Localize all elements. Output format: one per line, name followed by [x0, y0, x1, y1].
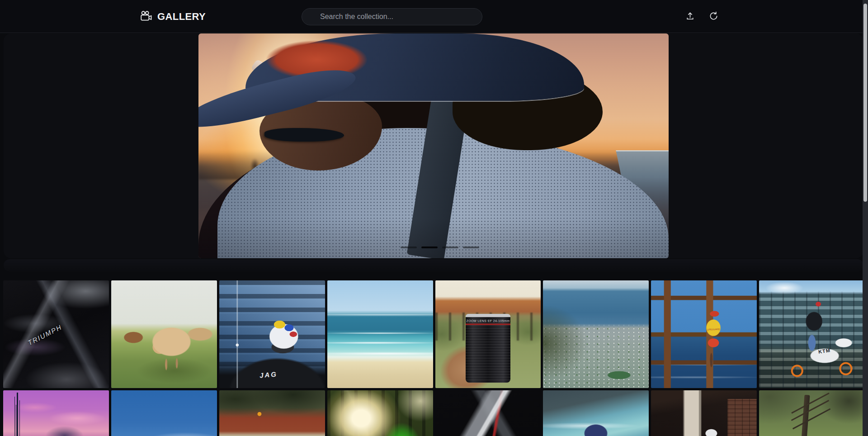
- gallery-thumb-blue-sky[interactable]: [111, 390, 217, 436]
- gallery-thumb-bucket-hat[interactable]: [543, 390, 649, 436]
- gallery-thumb-triumph-motorcycle[interactable]: TRIUMPH: [3, 280, 109, 388]
- camera-reels-icon: [140, 10, 152, 23]
- carousel-indicators: [401, 246, 479, 248]
- gallery-thumb-aerial-city[interactable]: [543, 280, 649, 388]
- carousel-stage: [4, 33, 863, 258]
- gallery-thumb-masked-rider[interactable]: [651, 390, 757, 436]
- gallery-thumb-ktm-rider[interactable]: KTM: [759, 280, 865, 388]
- scrollbar-track[interactable]: [863, 0, 868, 436]
- search-input[interactable]: [302, 8, 482, 25]
- app-header: GALLERY: [0, 0, 868, 33]
- thumbnail-grid: TRIUMPHJAGZOOM LENS EF 24-105mmLIFEGUARD…: [3, 280, 865, 436]
- gallery-thumb-helmet-building[interactable]: JAG: [219, 280, 325, 388]
- photo-text: KTM: [818, 347, 830, 355]
- photo-text: TRIUMPH: [27, 323, 63, 347]
- carousel-dash-4[interactable]: [463, 246, 479, 248]
- gallery-thumb-ocean-beach[interactable]: [327, 280, 433, 388]
- photo-text: ZOOM LENS EF 24-105mm: [466, 314, 510, 383]
- upload-button[interactable]: [683, 9, 697, 24]
- gallery-thumb-dark-sportbike[interactable]: [435, 390, 541, 436]
- gallery-thumb-lens-mug[interactable]: ZOOM LENS EF 24-105mm: [435, 280, 541, 388]
- upload-icon: [685, 11, 695, 23]
- scrollbar-thumb[interactable]: [863, 4, 867, 202]
- gallery-thumb-green-motorcycle[interactable]: [327, 390, 433, 436]
- refresh-button[interactable]: [706, 9, 721, 24]
- photo-text: JAG: [259, 370, 278, 379]
- gallery-thumb-purple-sunset[interactable]: [3, 390, 109, 436]
- carousel-peek-panel: [4, 259, 863, 272]
- gallery-thumb-tree-antelope[interactable]: [759, 390, 865, 436]
- carousel-dash-2[interactable]: [421, 246, 438, 248]
- gallery-app: GALLERY: [0, 0, 868, 436]
- gallery-thumb-red-roof[interactable]: [219, 390, 325, 436]
- carousel-dash-3[interactable]: [442, 246, 458, 248]
- carousel-dash-1[interactable]: [401, 246, 417, 248]
- photo-text: LIFEGUARD: [707, 327, 720, 331]
- refresh-icon: [708, 11, 719, 23]
- app-title: GALLERY: [157, 11, 206, 23]
- app-logo: GALLERY: [140, 0, 206, 33]
- gallery-thumb-cow-pasture[interactable]: [111, 280, 217, 388]
- vignette-layer: [198, 33, 669, 258]
- gallery-thumb-lifeguard-tower[interactable]: LIFEGUARD: [651, 280, 757, 388]
- carousel-slide-image[interactable]: [198, 33, 669, 258]
- header-actions: [683, 0, 721, 33]
